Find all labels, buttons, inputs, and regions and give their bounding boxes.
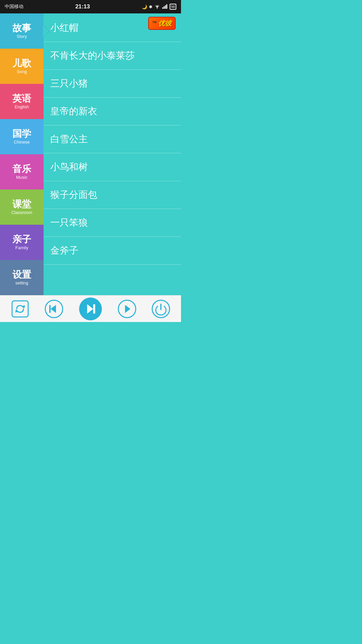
list-item[interactable]: 一只笨狼 — [44, 209, 181, 237]
bottom-bar — [0, 295, 181, 322]
play-pause-button[interactable] — [78, 297, 103, 321]
rotate-button[interactable] — [11, 300, 29, 318]
svg-marker-9 — [51, 305, 56, 313]
sidebar-chinese-sub: Chinese — [14, 140, 30, 145]
svg-point-0 — [157, 8, 158, 8]
svg-rect-1 — [162, 7, 163, 9]
svg-rect-5 — [12, 301, 28, 317]
item-text: 不肯长大的小泰莱莎 — [50, 50, 135, 61]
moon-icon: 🌙 — [142, 4, 147, 9]
sidebar-item-music[interactable]: 音乐 Music — [0, 154, 44, 190]
item-text: 金斧子 — [50, 245, 78, 256]
sidebar-item-song[interactable]: 儿歌 Song — [0, 49, 44, 84]
time-text: 21:13 — [75, 3, 90, 10]
active-arrow — [43, 24, 50, 38]
sidebar-song-sub: Song — [17, 69, 27, 74]
item-text: 皇帝的新衣 — [50, 106, 97, 116]
status-icons: 🌙 ✱ 98 — [142, 4, 176, 10]
sidebar-family-main: 亲子 — [12, 234, 31, 245]
list-item[interactable]: 三只小猪 — [44, 70, 181, 98]
list-item[interactable]: 不肯长大的小泰莱莎 — [44, 42, 181, 70]
content-area[interactable]: TM 优彼 小红帽 不肯长大的小泰莱莎 三只小猪 皇帝的新衣 白雪公主 小鸟和树… — [44, 13, 181, 295]
sidebar-story-sub: Story — [17, 34, 27, 39]
sidebar-song-main: 儿歌 — [12, 58, 31, 69]
svg-rect-4 — [166, 4, 167, 9]
sidebar-music-main: 音乐 — [12, 164, 31, 174]
wifi-icon — [154, 4, 160, 10]
item-text: 小鸟和树 — [50, 162, 88, 172]
svg-rect-2 — [164, 6, 165, 9]
app-logo: TM 优彼 — [148, 17, 176, 30]
main-layout: 故事 Story 儿歌 Song 英语 English 国学 Chinese 音… — [0, 13, 181, 295]
svg-rect-3 — [165, 5, 166, 9]
prev-button[interactable] — [45, 300, 63, 318]
list-item[interactable]: 小鸟和树 — [44, 153, 181, 181]
sidebar-english-sub: English — [15, 104, 29, 109]
sidebar-music-sub: Music — [16, 175, 27, 180]
battery-text: 98 — [171, 5, 175, 9]
logo-tm: TM — [152, 20, 157, 24]
list-item[interactable]: 白雪公主 — [44, 125, 181, 153]
sidebar-item-english[interactable]: 英语 English — [0, 84, 44, 119]
sidebar-item-story[interactable]: 故事 Story — [0, 13, 44, 49]
list-item[interactable]: 皇帝的新衣 — [44, 98, 181, 125]
svg-rect-13 — [93, 304, 95, 314]
list-item[interactable]: 金斧子 — [44, 237, 181, 265]
item-text: 小红帽 — [50, 22, 78, 33]
sidebar-classroom-main: 课堂 — [12, 199, 31, 210]
item-text: 白雪公主 — [50, 134, 88, 144]
power-button[interactable] — [152, 300, 170, 318]
sidebar-setting-sub: setting — [15, 280, 28, 285]
signal-icon — [162, 4, 168, 10]
sidebar: 故事 Story 儿歌 Song 英语 English 国学 Chinese 音… — [0, 13, 44, 295]
sidebar-story-main: 故事 — [12, 23, 31, 34]
next-button[interactable] — [118, 300, 136, 318]
sidebar-item-chinese[interactable]: 国学 Chinese — [0, 119, 44, 154]
bluetooth-icon: ✱ — [149, 4, 153, 9]
item-text: 猴子分面包 — [50, 190, 97, 200]
sidebar-classroom-sub: Classroom — [11, 210, 32, 215]
sidebar-setting-main: 设置 — [12, 270, 31, 280]
item-text: 三只小猪 — [50, 78, 88, 89]
svg-rect-10 — [49, 305, 51, 313]
battery-indicator: 98 — [170, 4, 176, 10]
sidebar-item-setting[interactable]: 设置 setting — [0, 260, 44, 295]
sidebar-english-main: 英语 — [12, 94, 31, 104]
item-text: 一只笨狼 — [50, 217, 88, 228]
carrier-text: 中国移动 — [5, 4, 23, 10]
svg-marker-15 — [125, 305, 130, 313]
sidebar-family-sub: Family — [15, 245, 28, 250]
list-item[interactable]: 猴子分面包 — [44, 181, 181, 209]
logo-text: 优彼 — [158, 19, 172, 27]
sidebar-chinese-main: 国学 — [12, 129, 31, 139]
status-bar: 中国移动 21:13 🌙 ✱ 98 — [0, 0, 181, 13]
sidebar-item-classroom[interactable]: 课堂 Classroom — [0, 190, 44, 225]
sidebar-item-family[interactable]: 亲子 Family — [0, 225, 44, 260]
